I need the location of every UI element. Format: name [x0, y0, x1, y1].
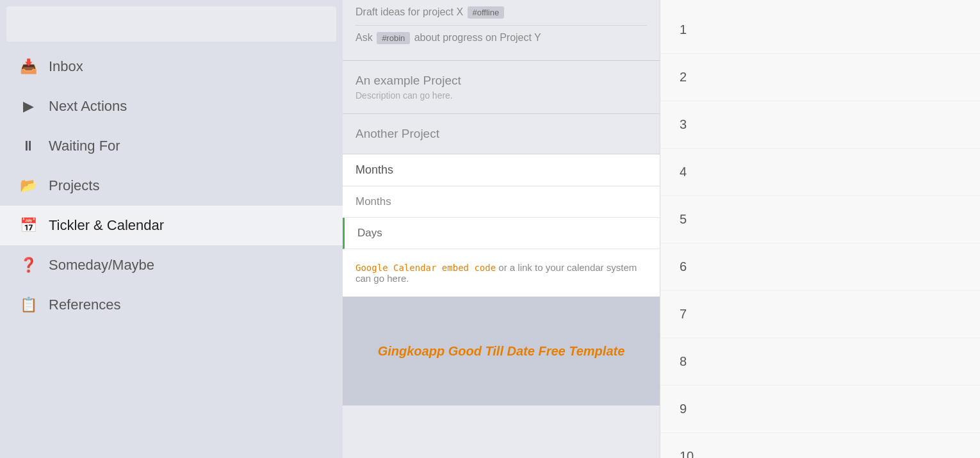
next-actions-icon: ▶ [19, 98, 37, 115]
tickler-header: Months [343, 154, 660, 186]
calendar-num-1[interactable]: 1 [660, 6, 980, 54]
tab-months[interactable]: Months [343, 186, 660, 218]
calendar-num-4[interactable]: 4 [660, 149, 980, 196]
sidebar-item-tickler-calendar[interactable]: 📅Tickler & Calendar [0, 206, 343, 245]
project-item-1[interactable]: An example Project Description can go he… [343, 61, 660, 114]
tab-days-label: Days [357, 227, 382, 240]
draft-section: Draft ideas for project X #offline Ask #… [343, 0, 660, 61]
draft-text-2b: about progress on Project Y [414, 32, 541, 43]
sidebar-item-label-tickler-calendar: Tickler & Calendar [49, 217, 164, 234]
sidebar-item-label-someday-maybe: Someday/Maybe [49, 257, 154, 274]
projects-icon: 📂 [19, 177, 37, 194]
someday-maybe-icon: ❓ [19, 257, 37, 274]
projects-section: An example Project Description can go he… [343, 61, 660, 154]
sidebar-item-waiting-for[interactable]: ⏸Waiting For [0, 126, 343, 166]
tab-months-label: Months [355, 195, 391, 208]
tickler-section: Months Months Days Google Calendar embed… [343, 154, 660, 297]
draft-item-2: Ask #robin about progress on Project Y [355, 26, 647, 51]
sidebar-item-label-next-actions: Next Actions [49, 98, 127, 115]
sidebar-item-someday-maybe[interactable]: ❓Someday/Maybe [0, 245, 343, 285]
project-desc-1: Description can go here. [355, 90, 647, 101]
sidebar-item-label-references: References [49, 297, 121, 313]
sidebar: 📥Inbox▶Next Actions⏸Waiting For📂Projects… [0, 0, 343, 458]
calendar-num-10[interactable]: 10 [660, 433, 980, 458]
project-title-2: Another Project [355, 127, 647, 141]
calendar-num-5[interactable]: 5 [660, 196, 980, 243]
embed-code-text: Google Calendar embed code [355, 263, 496, 273]
draft-item-1: Draft ideas for project X #offline [355, 0, 647, 26]
sidebar-item-projects[interactable]: 📂Projects [0, 166, 343, 206]
sidebar-item-inbox[interactable]: 📥Inbox [0, 47, 343, 86]
sidebar-top-placeholder [6, 6, 336, 42]
watermark-text: Gingkoapp Good Till Date Free Template [378, 344, 625, 359]
sidebar-nav: 📥Inbox▶Next Actions⏸Waiting For📂Projects… [0, 47, 343, 325]
calendar-num-3[interactable]: 3 [660, 101, 980, 149]
waiting-for-icon: ⏸ [19, 138, 37, 154]
calendar-num-7[interactable]: 7 [660, 291, 980, 338]
calendar-embed: Google Calendar embed code or a link to … [343, 249, 660, 297]
sidebar-item-label-inbox: Inbox [49, 58, 83, 75]
main-content: Draft ideas for project X #offline Ask #… [343, 0, 660, 458]
sidebar-item-references[interactable]: 📋References [0, 285, 343, 325]
references-icon: 📋 [19, 297, 37, 313]
project-title-1: An example Project [355, 74, 647, 88]
draft-text-2a: Ask [355, 32, 375, 43]
calendar-numbers: 12345678910 [660, 0, 980, 458]
inbox-icon: 📥 [19, 58, 37, 75]
draft-text-1a: Draft ideas for project X [355, 6, 463, 17]
draft-tag-2[interactable]: #robin [377, 32, 410, 44]
project-item-2[interactable]: Another Project [343, 114, 660, 154]
tab-days[interactable]: Days [343, 218, 660, 249]
sidebar-item-next-actions[interactable]: ▶Next Actions [0, 86, 343, 126]
tickler-calendar-icon: 📅 [19, 217, 37, 234]
calendar-num-2[interactable]: 2 [660, 54, 980, 101]
watermark-section: Gingkoapp Good Till Date Free Template [343, 297, 660, 405]
content-panel: Draft ideas for project X #offline Ask #… [343, 0, 660, 458]
calendar-num-6[interactable]: 6 [660, 243, 980, 291]
sidebar-item-label-projects: Projects [49, 177, 99, 194]
calendar-num-9[interactable]: 9 [660, 386, 980, 433]
calendar-num-8[interactable]: 8 [660, 338, 980, 386]
sidebar-item-label-waiting-for: Waiting For [49, 138, 120, 154]
draft-tag-1[interactable]: #offline [468, 6, 505, 19]
calendar-panel: 12345678910 [660, 0, 980, 458]
